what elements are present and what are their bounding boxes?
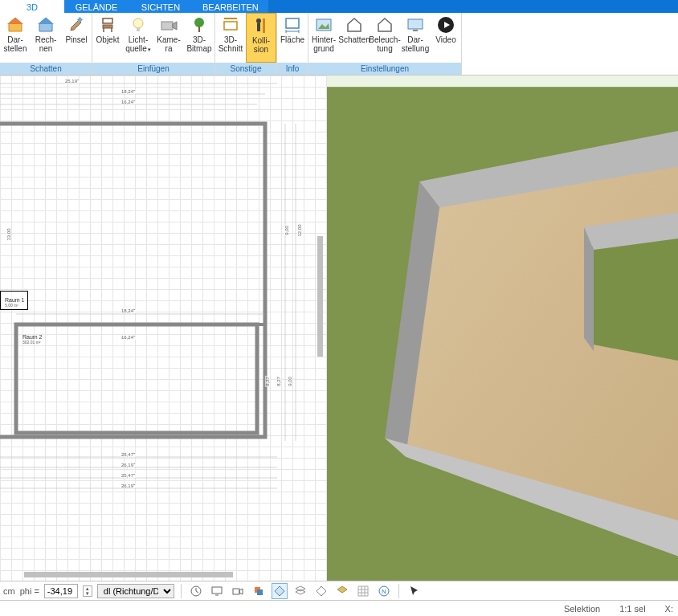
ribbon-label-sonstige: Sonstige <box>215 63 276 75</box>
svg-marker-63 <box>337 586 347 593</box>
svg-marker-12 <box>173 22 177 30</box>
ribbon-group-schatten: Dar- stellen Rech- nen Pinsel Schatten <box>0 13 92 75</box>
svg-rect-55 <box>233 589 239 594</box>
tab-gelaende[interactable]: GELÄNDE <box>64 0 129 13</box>
kamera-button[interactable]: Kame- ra <box>153 13 184 63</box>
horizontal-scrollbar[interactable] <box>24 572 233 577</box>
phi-label: phi = <box>20 586 39 596</box>
status-bar: Selektion 1:1 sel X: <box>0 600 678 616</box>
objekt-button[interactable]: Objekt <box>92 13 123 63</box>
svg-marker-3 <box>38 18 54 24</box>
svg-marker-60 <box>296 586 305 591</box>
svg-rect-20 <box>286 18 299 28</box>
dim-label: 16,24˝ <box>120 335 136 340</box>
ribbon-label-einfuegen: Einfügen <box>92 63 214 75</box>
svg-marker-62 <box>317 586 326 596</box>
hintergrund-button[interactable]: Hinter- grund <box>308 13 339 63</box>
house-outline2-icon <box>375 15 394 35</box>
svg-marker-59 <box>275 586 284 596</box>
dim-label: 12,00 <box>297 223 302 237</box>
svg-marker-1 <box>7 18 23 24</box>
stack-icon[interactable] <box>292 583 308 599</box>
monitor-small-icon[interactable] <box>209 583 225 599</box>
svg-rect-25 <box>408 19 423 29</box>
tab-sichten[interactable]: SICHTEN <box>129 0 193 13</box>
svg-rect-53 <box>212 587 222 594</box>
svg-rect-19 <box>263 18 265 33</box>
darstellung-button[interactable]: Dar- stellung <box>400 13 431 63</box>
ribbon-group-einfuegen: Objekt Licht- quelle▾ Kame- ra <box>92 13 215 75</box>
tab-3d[interactable]: 3D <box>0 0 64 13</box>
pointer-icon[interactable] <box>406 583 422 599</box>
lightbulb-icon <box>129 15 148 35</box>
status-scale: 1:1 sel <box>619 604 645 614</box>
diamond2-icon[interactable] <box>313 583 329 599</box>
compute-shadow-icon <box>36 15 55 35</box>
layers-color-icon[interactable] <box>251 583 267 599</box>
ribbon-label-schatten: Schatten <box>0 63 92 75</box>
flaeche-button[interactable]: Fläche <box>277 13 308 63</box>
svg-text:N: N <box>382 588 386 595</box>
3d-bitmap-button[interactable]: 3D- Bitmap <box>184 13 214 63</box>
svg-rect-15 <box>224 22 237 30</box>
ribbon-label-info: Info <box>277 63 308 75</box>
vertical-scrollbar[interactable] <box>317 236 323 357</box>
unit-label: cm <box>3 586 15 596</box>
ribbon: Dar- stellen Rech- nen Pinsel Schatten <box>0 13 678 75</box>
bottom-toolbar: cm phi = ▲▼ dl (Richtung/Di N <box>0 581 678 600</box>
ribbon-label-einstellungen: Einstellungen <box>308 63 461 75</box>
brush-icon <box>67 15 86 35</box>
dim-label: 18,24˝ <box>120 308 136 313</box>
svg-rect-10 <box>137 28 140 31</box>
svg-rect-18 <box>257 23 260 31</box>
grid-icon[interactable] <box>355 583 371 599</box>
pinsel-button[interactable]: Pinsel <box>61 13 92 63</box>
ribbon-group-einstellungen: Hinter- grund Schatten Beleuch- tung <box>308 13 462 75</box>
dim-label: 9,00 <box>284 225 289 236</box>
clock-icon[interactable] <box>188 583 204 599</box>
schatten-button[interactable]: Schatten <box>339 13 370 63</box>
lichtquelle-button[interactable]: Licht- quelle▾ <box>123 13 153 63</box>
person-collision-icon <box>251 16 271 35</box>
kollision-button[interactable]: Kolli- sion <box>246 13 276 63</box>
svg-rect-11 <box>161 22 173 30</box>
viewport-3d[interactable] <box>327 75 678 581</box>
separator <box>398 584 399 598</box>
chevron-down-icon: ▾ <box>148 47 151 52</box>
diamond1-icon[interactable] <box>272 583 288 599</box>
main-tab-strip: 3D GELÄNDE SICHTEN BEARBEITEN <box>0 0 678 13</box>
status-coord: X: <box>665 604 673 614</box>
darstellen-button[interactable]: Dar- stellen <box>0 13 31 63</box>
layers-icon[interactable] <box>334 583 350 599</box>
svg-rect-26 <box>413 30 418 31</box>
phi-spinner[interactable]: ▲▼ <box>83 585 92 597</box>
separator <box>181 584 182 598</box>
phi-input[interactable] <box>44 584 78 598</box>
north-icon[interactable]: N <box>376 583 392 599</box>
room2-label: Raum 2 302,01 m² <box>22 334 43 345</box>
beleuchtung-button[interactable]: Beleuch- tung <box>370 13 400 63</box>
camera-small-icon[interactable] <box>230 583 246 599</box>
section-icon <box>221 15 240 35</box>
tab-bearbeiten[interactable]: BEARBEITEN <box>193 0 268 13</box>
dim-label: 18,24˝ <box>120 89 136 94</box>
svg-rect-29 <box>0 124 265 437</box>
video-button[interactable]: Video <box>431 13 461 63</box>
room1-label: Raum 1 5,00 m² <box>5 297 25 308</box>
svg-rect-14 <box>198 27 200 32</box>
svg-rect-42 <box>327 75 678 87</box>
monitor-icon <box>406 15 425 35</box>
status-selektion: Selektion <box>564 604 600 614</box>
svg-marker-24 <box>378 18 391 31</box>
viewport-2d[interactable]: 25,19˝ 18,24˝ 16,24˝ 9,00 12,00 13,00 18… <box>0 75 327 581</box>
svg-rect-58 <box>257 589 263 595</box>
dl-select[interactable]: dl (Richtung/Di <box>97 584 174 598</box>
tree-icon <box>190 15 209 35</box>
dim-label: 16,24˝ <box>120 100 136 104</box>
svg-point-9 <box>133 18 143 28</box>
area-icon <box>283 15 302 35</box>
rechnen-button[interactable]: Rech- nen <box>31 13 61 63</box>
house-outline-icon <box>345 15 364 35</box>
svg-rect-30 <box>16 324 257 433</box>
3d-schnitt-button[interactable]: 3D- Schnitt <box>215 13 246 63</box>
